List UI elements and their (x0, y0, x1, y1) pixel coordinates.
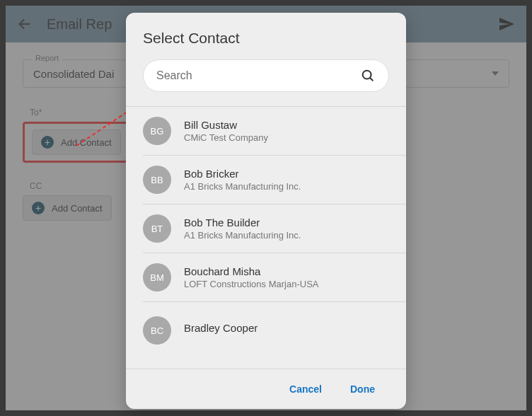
avatar: BG (143, 117, 171, 145)
contact-name: Bob The Builder (184, 216, 301, 229)
select-contact-modal: Select Contact BG Bill Gustaw CMiC Test … (126, 13, 406, 409)
contact-company: A1 Bricks Manufacturing Inc. (184, 181, 301, 192)
avatar: BC (143, 316, 171, 345)
svg-line-2 (370, 78, 373, 81)
contact-row[interactable]: BT Bob The Builder A1 Bricks Manufacturi… (126, 204, 406, 253)
modal-title: Select Contact (126, 13, 406, 59)
search-icon[interactable] (360, 68, 376, 83)
contact-company: CMiC Test Company (184, 132, 268, 143)
search-input[interactable] (156, 69, 360, 82)
contact-company: LOFT Constructions Marjan-USA (184, 279, 319, 289)
contact-name: Bill Gustaw (184, 119, 268, 131)
contact-company: A1 Bricks Manufacturing Inc. (184, 230, 301, 241)
contact-row[interactable]: BM Bouchard Misha LOFT Constructions Mar… (126, 253, 406, 301)
avatar: BB (143, 166, 171, 194)
contact-name: Bob Bricker (184, 168, 301, 180)
contact-name: Bradley Cooper (184, 322, 258, 334)
contact-row[interactable]: BB Bob Bricker A1 Bricks Manufacturing I… (126, 156, 406, 204)
search-field[interactable] (143, 59, 389, 92)
contact-list: BG Bill Gustaw CMiC Test Company BB Bob … (126, 106, 406, 369)
modal-actions: Cancel Done (126, 369, 406, 409)
cancel-button[interactable]: Cancel (289, 383, 322, 395)
avatar: BT (143, 214, 171, 243)
done-button[interactable]: Done (350, 383, 375, 395)
contact-row[interactable]: BC Bradley Cooper (126, 302, 406, 345)
contact-name: Bouchard Misha (184, 265, 319, 277)
avatar: BM (143, 263, 171, 291)
contact-row[interactable]: BG Bill Gustaw CMiC Test Company (126, 107, 406, 155)
svg-point-1 (363, 71, 371, 79)
